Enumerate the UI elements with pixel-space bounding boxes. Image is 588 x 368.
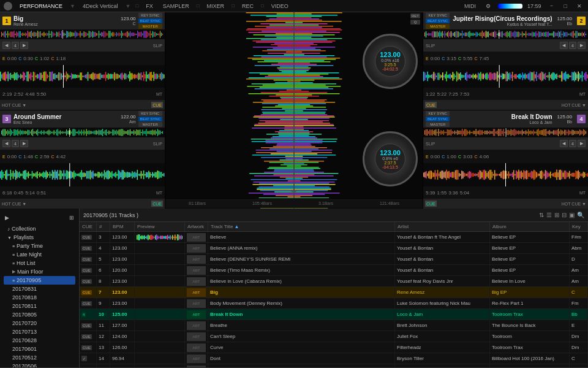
sidebar-item-party-time[interactable]: ≡ Party Time (4, 242, 75, 250)
table-row[interactable]: 4 10 125.00 ART Break It Down Loco & Jam… (80, 309, 588, 320)
sidebar-item-20170811[interactable]: 20170811 (4, 302, 75, 310)
video-label[interactable]: VIDEO (269, 3, 291, 9)
table-row[interactable]: CUE 12 124.00 ART Can't Sleep Juliet Fox… (80, 331, 588, 342)
deck-4-cue-button[interactable]: CUE (425, 201, 437, 207)
sidebar-item-20170628[interactable]: 20170628 (4, 336, 75, 345)
deck-2-next-button[interactable]: ▶ (578, 42, 586, 49)
deck-1-key-sync-button[interactable]: KEY SYNC (138, 13, 162, 18)
deck-4-beat-sync-button[interactable]: BEAT SYNC (426, 117, 450, 121)
list-view-icon[interactable]: ☰ (546, 212, 552, 218)
deck-3-waveform[interactable] (0, 163, 165, 186)
deck-4-controls[interactable]: SLIP ◀ 4 ▶ (423, 137, 588, 150)
col-title[interactable]: Track Title ▲ (208, 222, 395, 231)
deck-3-cue-button[interactable]: CUE (151, 201, 163, 207)
layout-label[interactable]: 4Deck Vertical (80, 3, 121, 9)
deck-2-num-select[interactable]: 4 (569, 42, 576, 49)
sidebar-item-20170506[interactable]: 20170506 (4, 362, 75, 367)
table-row[interactable]: CUE 13 126.00 ART Curve Filterheadz Tool… (80, 342, 588, 353)
deck-3-jog-wheel[interactable]: 123.00 0.8% ±6 2:37.5 -04:13.5 (363, 131, 418, 186)
search-icon[interactable]: 🔍 (577, 212, 584, 218)
col-bpm[interactable]: BPM (110, 222, 135, 231)
table-row[interactable]: CUE 5 123.00 ART Believe (DENNEY'S SUNRI… (80, 254, 588, 265)
fx-label[interactable]: FX (143, 3, 156, 9)
minimize-button[interactable]: － (546, 2, 557, 10)
col-artwork[interactable]: Artwork (185, 222, 208, 231)
col-num[interactable]: # (97, 222, 110, 231)
table-row[interactable]: CUE 9 123.00 ART Body Movement (Denney R… (80, 298, 588, 309)
sidebar-expand-icon[interactable]: ▶ (5, 215, 9, 221)
close-button[interactable]: ✕ (575, 3, 584, 9)
table-row[interactable]: CUE 4 123.00 ART Believe (ANNA remix) Yo… (80, 243, 588, 254)
sidebar-item-20170713[interactable]: 20170713 (4, 328, 75, 336)
sidebar-item-20170905[interactable]: ≡ 20170905 (4, 276, 75, 285)
table-row[interactable]: CUE 7 123.00 ART Big Rene Amesz Big EP C (80, 287, 588, 298)
deck-1-waveform[interactable] (0, 65, 165, 88)
mixer-label[interactable]: MIXER (205, 3, 227, 9)
col-preview[interactable]: Preview (135, 222, 185, 231)
sidebar-item-hot-list[interactable]: ≡ Hot List (4, 259, 75, 267)
table-row[interactable]: ✓ 14 96.94 ART Dont Bryson Tiller Billbo… (80, 353, 588, 364)
deck-1-jog-wheel[interactable]: 123.00 0.0% ±16 3:25.5 -04:02.5 (363, 34, 418, 89)
sidebar-item-playlists[interactable]: ▼ Playlists (4, 233, 75, 242)
sidebar-item-20170805[interactable]: 20170805 (4, 310, 75, 319)
deck-1-prev-button[interactable]: ◀ (2, 42, 10, 49)
deck-4-waveform[interactable] (423, 163, 588, 186)
deck-3-num-select[interactable]: 4 (12, 140, 19, 147)
artwork-icon[interactable]: ▣ (569, 212, 575, 218)
app-logo[interactable] (4, 2, 12, 10)
sidebar-item-20170818[interactable]: 20170818 (4, 293, 75, 302)
ret-button[interactable]: RET (410, 13, 420, 18)
col-cue[interactable]: CUE (80, 222, 97, 231)
deck-3-next-button[interactable]: ▶ (20, 140, 28, 147)
sidebar-item-late-night[interactable]: ≡ Late Night (4, 250, 75, 259)
sort-icon[interactable]: ⇅ (539, 212, 544, 218)
settings-icon[interactable]: ⚙ (483, 3, 493, 9)
deck-3-beat-sync-button[interactable]: BEAT SYNC (138, 117, 162, 121)
sidebar-item-20170512[interactable]: 20170512 (4, 353, 75, 362)
sampler-label[interactable]: SAMPLER (160, 3, 192, 9)
deck-2-key-sync-button[interactable]: KEY SYNC (426, 13, 450, 18)
deck-2-master-button[interactable]: MASTER (426, 24, 450, 29)
col-artist[interactable]: Artist (395, 222, 490, 231)
deck-3-prev-button[interactable]: ◀ (2, 140, 10, 147)
deck-3-master-button[interactable]: MASTER (138, 122, 162, 127)
sidebar-item-20170720[interactable]: 20170720 (4, 319, 75, 328)
columns-icon[interactable]: ⊟ (562, 212, 567, 218)
grid-view-icon[interactable]: ⊞ (554, 212, 559, 218)
maximize-button[interactable]: □ (562, 3, 570, 9)
deck-4-prev-button[interactable]: ◀ (560, 140, 568, 147)
deck-2-cue-button[interactable]: CUE (425, 102, 437, 108)
col-album[interactable]: Album (490, 222, 570, 231)
midi-label[interactable]: MIDI (462, 3, 478, 9)
deck-1-cue-button[interactable]: CUE (151, 102, 163, 108)
table-row[interactable]: CUE 11 127.00 ART Breathe Brett Johnson … (80, 320, 588, 331)
deck-1-num-select[interactable]: 4 (12, 42, 19, 49)
deck-1-next-button[interactable]: ▶ (20, 42, 28, 49)
deck-2-prev-button[interactable]: ◀ (560, 42, 568, 49)
sidebar-item-collection[interactable]: ♪ Collection (4, 224, 75, 233)
table-row[interactable]: CUE 8 123.00 ART Believe in Love (Cabarz… (80, 276, 588, 287)
deck-4-num-select[interactable]: 4 (569, 140, 576, 147)
tracks-scroll[interactable]: CUE 3 123.00 ART Believe Yousef & Bontan… (80, 232, 588, 367)
deck-4-master-button[interactable]: MASTER (426, 122, 450, 127)
table-row[interactable]: CUE 15 124.00 ART Epiphany Vip (feat. Ta… (80, 364, 588, 367)
deck-4-key-sync-button[interactable]: KEY SYNC (426, 111, 450, 116)
deck-2-waveform[interactable] (423, 65, 588, 88)
sidebar-view-icon[interactable]: ⊞ (69, 215, 74, 221)
deck-1-beat-sync-button[interactable]: BEAT SYNC (138, 18, 162, 23)
table-row[interactable]: CUE 6 120.00 ART Believe (Timo Maas Remi… (80, 265, 588, 276)
deck-2-controls[interactable]: SLIP ◀ 4 ▶ (423, 39, 588, 52)
rec-label[interactable]: REC (239, 3, 256, 9)
deck-2-beat-sync-button[interactable]: BEAT SYNC (426, 18, 450, 23)
deck-4-next-button[interactable]: ▶ (578, 140, 586, 147)
sidebar-item-20170601[interactable]: 20170601 (4, 345, 75, 353)
sidebar-item-20170831[interactable]: 20170831 (4, 285, 75, 293)
col-key[interactable]: Key (570, 222, 588, 231)
deck-1-controls[interactable]: ◀ 4 ▶ SLIP (0, 39, 165, 52)
deck-3-controls[interactable]: ◀ 4 ▶ SLIP (0, 137, 165, 150)
deck-1-master-button[interactable]: MASTER (138, 24, 162, 29)
q-button[interactable]: Q (410, 20, 420, 25)
table-row[interactable]: CUE 3 123.00 ART Believe Yousef & Bontan… (80, 232, 588, 243)
deck-3-key-sync-button[interactable]: KEY SYNC (138, 111, 162, 116)
sidebar-item-main-floor[interactable]: ▶ Main Floor (4, 267, 75, 276)
